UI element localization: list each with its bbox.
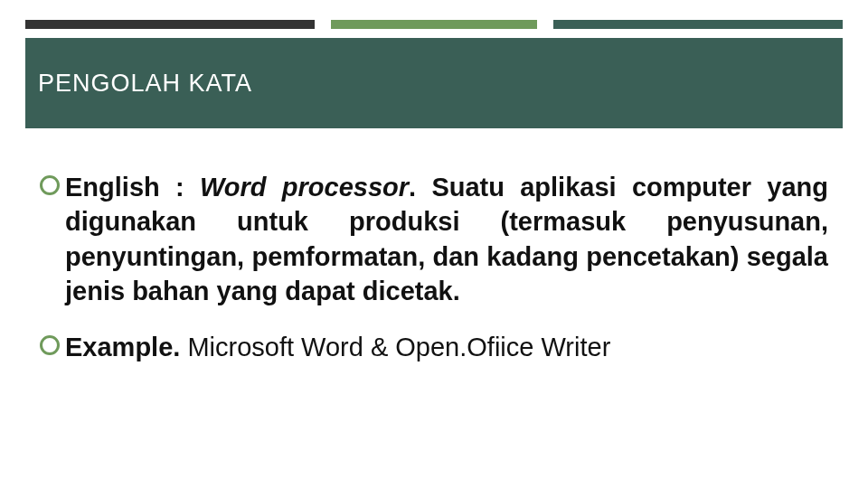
slide-title: PENGOLAH KATA — [38, 70, 252, 98]
accent-bar-green — [331, 20, 537, 29]
text-term: Word processor — [200, 173, 409, 202]
text-lead: Example. — [65, 333, 187, 361]
list-item: English : Word processor. Suatu aplikasi… — [40, 170, 828, 308]
list-item-text: English : Word processor. Suatu aplikasi… — [65, 170, 828, 308]
circle-bullet-icon — [40, 335, 60, 355]
slide-content: English : Word processor. Suatu aplikasi… — [40, 170, 828, 386]
slide-title-block: PENGOLAH KATA — [25, 38, 843, 128]
accent-bar — [25, 20, 843, 29]
text-rest: Microsoft Word & Open.Ofiice Writer — [187, 333, 610, 361]
accent-bar-teal — [553, 20, 843, 29]
circle-bullet-icon — [40, 175, 60, 195]
list-item-text: Example. Microsoft Word & Open.Ofiice Wr… — [65, 330, 610, 364]
slide: PENGOLAH KATA English : Word processor. … — [0, 0, 868, 488]
list-item: Example. Microsoft Word & Open.Ofiice Wr… — [40, 330, 828, 364]
accent-bar-dark — [25, 20, 315, 29]
text-prefix: English : — [65, 173, 200, 202]
text-sep: . — [409, 173, 431, 202]
